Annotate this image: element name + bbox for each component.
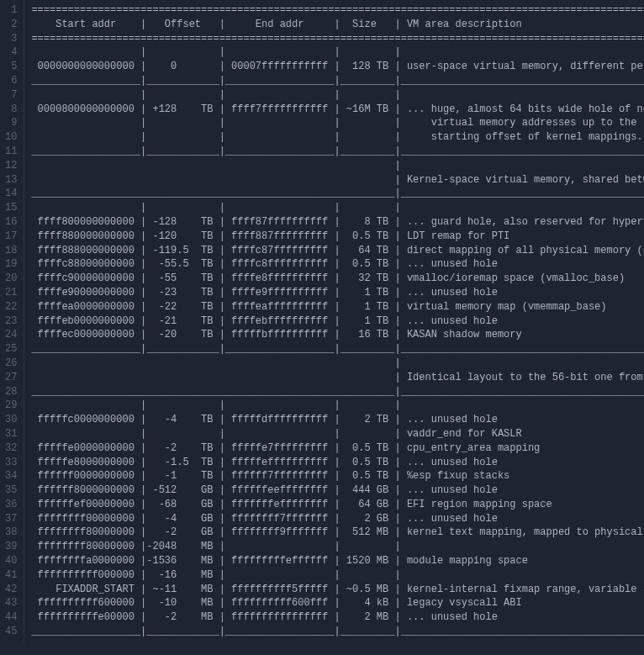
code-line: | | | | — [31, 201, 644, 215]
code-line: ffffc88000000000 | -55.5 TB | ffffc8ffff… — [31, 257, 644, 272]
line-number: 23 — [5, 314, 17, 329]
code-line: | | | | starting offset of kernel mappin… — [31, 130, 644, 145]
line-number: 7 — [5, 88, 17, 103]
line-number: 45 — [5, 625, 17, 639]
code-line: __________________|____________|________… — [31, 74, 644, 88]
line-number: 16 — [5, 215, 17, 230]
line-number: 1 — [5, 3, 17, 18]
line-number: 27 — [5, 371, 17, 385]
code-line: 0000000000000000 | 0 | 00007fffffffffff … — [31, 60, 644, 74]
line-number: 31 — [5, 427, 17, 441]
line-number: 44 — [5, 610, 17, 625]
line-number: 6 — [5, 74, 17, 88]
code-line: | | | | — [31, 88, 644, 103]
line-number: 39 — [5, 540, 17, 554]
line-number: 3 — [5, 32, 17, 46]
code-line: | | | | vaddr_end for KASLR — [31, 427, 644, 441]
line-number-gutter: 1234567891011121314151617181920212223242… — [0, 0, 24, 642]
code-line: ========================================… — [31, 32, 644, 46]
line-number: 12 — [5, 159, 17, 173]
line-number: 22 — [5, 300, 17, 314]
code-line: ffffffff80000000 | -2 GB | ffffffff9ffff… — [31, 526, 644, 540]
code-line: ffffffff80000000 |-2048 MB | | | — [31, 540, 644, 554]
line-number: 4 — [5, 45, 17, 60]
code-line: fffffe0000000000 | -2 TB | fffffe7ffffff… — [31, 441, 644, 456]
line-number: 20 — [5, 272, 17, 286]
line-number: 5 — [5, 60, 17, 74]
code-line: ffffffef00000000 | -68 GB | fffffffeffff… — [31, 498, 644, 512]
code-line: FIXADDR_START | ~-11 MB | ffffffffff5fff… — [31, 583, 644, 597]
code-line: ffffffff00000000 | -4 GB | ffffffff7ffff… — [31, 512, 644, 526]
code-line: | | | | virtual memory addresses up to t… — [31, 116, 644, 130]
line-number: 9 — [5, 116, 17, 130]
code-line: ffffffffffe00000 | -2 MB | fffffffffffff… — [31, 610, 644, 625]
code-line: ffffffffa0000000 |-1536 MB | fffffffffef… — [31, 554, 644, 568]
code-line: ffff888000000000 | -119.5 TB | ffffc87ff… — [31, 244, 644, 258]
code-line: fffffe8000000000 | -1.5 TB | fffffefffff… — [31, 456, 644, 470]
line-number: 42 — [5, 583, 17, 597]
code-line: ffffff8000000000 | -512 GB | ffffffeefff… — [31, 483, 644, 498]
line-number: 2 — [5, 18, 17, 32]
line-number: 17 — [5, 230, 17, 244]
line-number: 26 — [5, 357, 17, 371]
line-number: 38 — [5, 526, 17, 540]
code-line: ________________________________________… — [31, 385, 644, 399]
code-line: | | | | — [31, 45, 644, 60]
code-line: | | | | — [31, 399, 644, 413]
code-line: ffffec0000000000 | -20 TB | fffffbffffff… — [31, 328, 644, 342]
line-number: 34 — [5, 469, 17, 483]
line-number: 10 — [5, 130, 17, 145]
code-line: ffffea0000000000 | -22 TB | ffffeaffffff… — [31, 300, 644, 314]
code-line: 0000800000000000 | +128 TB | ffff7ffffff… — [31, 103, 644, 117]
code-content: ========================================… — [24, 0, 644, 642]
code-line: ffffffffff600000 | -10 MB | ffffffffff60… — [31, 596, 644, 610]
line-number: 25 — [5, 342, 17, 357]
line-number: 33 — [5, 456, 17, 470]
line-number: 37 — [5, 512, 17, 526]
code-line: __________________|____________|________… — [31, 145, 644, 159]
code-line: __________________|____________|________… — [31, 625, 644, 639]
code-line: __________________|____________|________… — [31, 342, 644, 357]
code-line: ffffff0000000000 | -1 TB | ffffff7ffffff… — [31, 469, 644, 483]
code-line: ffffffffff000000 | -16 MB | | | — [31, 568, 644, 583]
line-number: 40 — [5, 554, 17, 568]
line-number: 11 — [5, 145, 17, 159]
code-line: ffffc90000000000 | -55 TB | ffffe8ffffff… — [31, 272, 644, 286]
line-number: 15 — [5, 201, 17, 215]
line-number: 21 — [5, 286, 17, 300]
line-number: 8 — [5, 103, 17, 117]
code-line: | Kernel-space virtual memory, shared be… — [31, 173, 644, 188]
line-number: 13 — [5, 173, 17, 188]
code-line: | — [31, 159, 644, 173]
code-line: Start addr | Offset | End addr | Size | … — [31, 18, 644, 32]
line-number: 28 — [5, 385, 17, 399]
code-line: | Identical layout to the 56-bit one fro… — [31, 371, 644, 385]
code-line: ffff880000000000 | -120 TB | ffff887ffff… — [31, 230, 644, 244]
code-line: | — [31, 357, 644, 371]
line-number: 19 — [5, 257, 17, 272]
line-number: 41 — [5, 568, 17, 583]
line-number: 18 — [5, 244, 17, 258]
code-line: ________________________________________… — [31, 187, 644, 201]
line-number: 36 — [5, 498, 17, 512]
line-number: 43 — [5, 596, 17, 610]
line-number: 14 — [5, 187, 17, 201]
line-number: 35 — [5, 483, 17, 498]
code-line: ffffeb0000000000 | -21 TB | ffffebffffff… — [31, 314, 644, 329]
code-line: fffffc0000000000 | -4 TB | fffffdfffffff… — [31, 413, 644, 427]
line-number: 32 — [5, 441, 17, 456]
code-line: ffffe90000000000 | -23 TB | ffffe9ffffff… — [31, 286, 644, 300]
code-line: ========================================… — [31, 3, 644, 18]
line-number: 24 — [5, 328, 17, 342]
line-number: 29 — [5, 399, 17, 413]
line-number: 30 — [5, 413, 17, 427]
code-line: ffff800000000000 | -128 TB | ffff87fffff… — [31, 215, 644, 230]
